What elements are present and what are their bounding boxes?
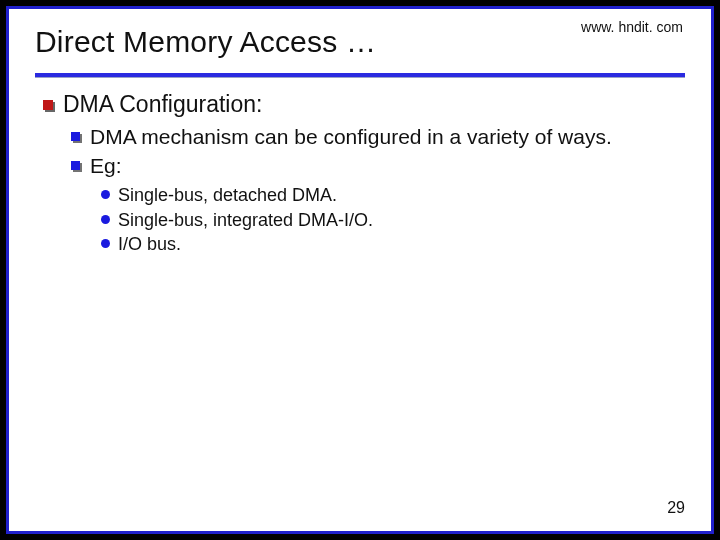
bullet-level1: DMA Configuration: [43,91,681,118]
square-bullet-icon [71,132,80,141]
point-text: DMA mechanism can be configured in a var… [90,124,612,149]
sub-text: Single-bus, detached DMA. [118,184,337,207]
slide-header: Direct Memory Access … www. hndit. com [9,9,711,59]
dot-bullet-icon [101,215,110,224]
bullet-level3: Single-bus, integrated DMA-I/O. [101,209,681,232]
title-underline [35,73,685,77]
square-bullet-icon [43,100,53,110]
bullet-level2: DMA mechanism can be configured in a var… [71,124,681,149]
point-text: Eg: [90,153,122,178]
bullet-level2: Eg: [71,153,681,178]
page-number: 29 [667,499,685,517]
dot-bullet-icon [101,239,110,248]
source-url: www. hndit. com [581,19,683,35]
rule-container [9,59,711,77]
dot-bullet-icon [101,190,110,199]
heading-text: DMA Configuration: [63,91,262,118]
bullet-level3: Single-bus, detached DMA. [101,184,681,207]
level2-group: DMA mechanism can be configured in a var… [43,124,681,256]
slide-frame: Direct Memory Access … www. hndit. com D… [6,6,714,534]
bullet-level3: I/O bus. [101,233,681,256]
level3-group: Single-bus, detached DMA. Single-bus, in… [71,184,681,256]
sub-text: I/O bus. [118,233,181,256]
slide-content: DMA Configuration: DMA mechanism can be … [9,89,711,256]
sub-text: Single-bus, integrated DMA-I/O. [118,209,373,232]
square-bullet-icon [71,161,80,170]
